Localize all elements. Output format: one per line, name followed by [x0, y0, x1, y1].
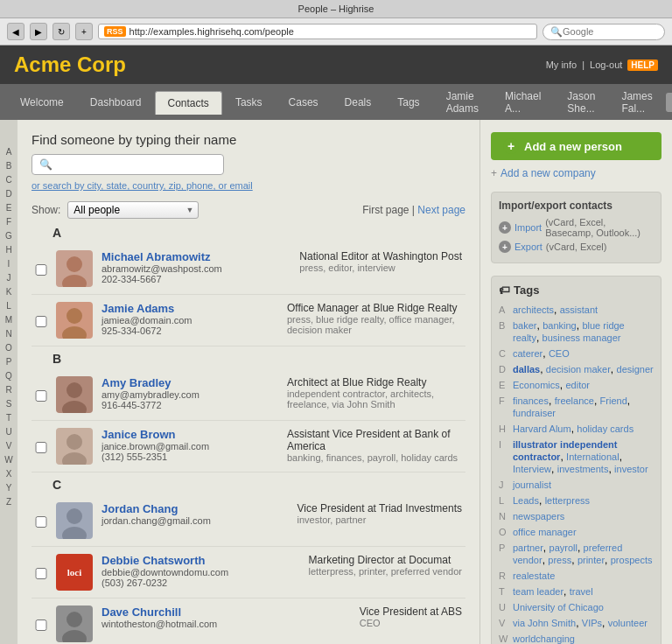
tab-deals[interactable]: Deals — [332, 90, 385, 114]
tag-friend[interactable]: Friend — [600, 396, 627, 406]
tag-dallas[interactable]: dallas — [513, 364, 540, 374]
tag-interview[interactable]: Interview — [513, 464, 551, 474]
tag-letterpress[interactable]: letterpress — [545, 495, 590, 506]
tag-fundraiser[interactable]: fundraiser — [513, 408, 556, 418]
my-info-link[interactable]: My info — [546, 60, 577, 70]
tab-michael-a[interactable]: Michael A... — [492, 84, 554, 120]
alpha-y[interactable]: Y — [6, 482, 12, 494]
tag-banking[interactable]: banking — [542, 320, 577, 331]
alpha-w[interactable]: W — [4, 454, 12, 466]
tag-journalist[interactable]: journalist — [513, 480, 551, 490]
tag-office-manager[interactable]: office manager — [513, 527, 577, 537]
tag-press[interactable]: press — [548, 555, 571, 565]
tag-designer[interactable]: designer — [617, 364, 654, 374]
forward-button[interactable]: ▶ — [30, 23, 47, 40]
logout-link[interactable]: Log-out — [590, 60, 622, 70]
browser-search-bar[interactable]: 🔍 — [542, 24, 665, 40]
tag-decision-maker[interactable]: decision maker — [546, 364, 611, 374]
tab-welcome[interactable]: Welcome — [7, 90, 77, 114]
tag-via-john-smith[interactable]: via John Smith — [513, 618, 576, 628]
tag-harvard-alum[interactable]: Harvard Alum — [513, 424, 571, 434]
alpha-t[interactable]: T — [6, 412, 11, 424]
new-tab-button[interactable]: + — [75, 23, 93, 40]
tag-finances[interactable]: finances — [513, 396, 549, 406]
alpha-q[interactable]: Q — [5, 370, 12, 382]
alpha-k[interactable]: K — [6, 286, 12, 298]
alpha-s[interactable]: S — [6, 398, 12, 410]
tag-caterer[interactable]: caterer — [513, 348, 542, 359]
alpha-f[interactable]: F — [6, 216, 11, 228]
add-person-button[interactable]: + Add a new person — [491, 132, 662, 160]
alpha-m[interactable]: M — [5, 314, 12, 326]
alpha-i[interactable]: I — [8, 258, 10, 270]
person-checkbox[interactable] — [35, 568, 47, 579]
tab-james-fal[interactable]: James Fal... — [608, 84, 665, 120]
person-name[interactable]: Dave Churchill — [102, 606, 181, 619]
tag-investor[interactable]: investor — [614, 464, 648, 474]
person-checkbox[interactable] — [35, 620, 47, 631]
tag-university-of-chicago[interactable]: University of Chicago — [513, 602, 604, 612]
person-checkbox[interactable] — [35, 390, 47, 402]
tag-worldchanging[interactable]: worldchanging — [513, 634, 575, 644]
tag-ceo[interactable]: CEO — [549, 348, 570, 359]
tab-cases[interactable]: Cases — [276, 90, 332, 114]
alpha-l[interactable]: L — [6, 300, 11, 312]
help-badge[interactable]: HELP — [627, 60, 658, 71]
alpha-b[interactable]: B — [6, 160, 12, 172]
alpha-d[interactable]: D — [5, 188, 11, 200]
alpha-x[interactable]: X — [6, 468, 12, 480]
search-link[interactable]: or search by city, state, country, zip, … — [32, 180, 466, 191]
person-checkbox[interactable] — [35, 316, 47, 327]
url-bar[interactable]: RSS http://examples.highrisehq.com/peopl… — [98, 24, 537, 39]
tag-prospects[interactable]: prospects — [611, 555, 653, 565]
tag-leads[interactable]: Leads — [513, 495, 539, 506]
add-company-link[interactable]: + Add a new company — [491, 167, 662, 179]
alpha-p[interactable]: P — [6, 356, 12, 368]
nav-search-btn[interactable]: Search — [666, 93, 672, 112]
alpha-a[interactable]: A — [6, 146, 12, 158]
person-checkbox[interactable] — [35, 264, 47, 276]
people-search-input[interactable] — [56, 158, 214, 171]
tab-jamie-adams[interactable]: Jamie Adams — [433, 84, 492, 120]
tag-realestate[interactable]: realestate — [513, 570, 555, 581]
tag-travel[interactable]: travel — [570, 586, 593, 597]
tag-volunteer[interactable]: volunteer — [608, 618, 648, 628]
person-name[interactable]: Jordan Chang — [102, 502, 178, 515]
next-page-link[interactable]: Next page — [417, 204, 466, 216]
tag-partner[interactable]: partner — [513, 542, 543, 553]
alpha-h[interactable]: H — [5, 244, 11, 256]
tag-newspapers[interactable]: newspapers — [513, 511, 564, 522]
person-name[interactable]: Jamie Adams — [102, 302, 174, 315]
refresh-button[interactable]: ↻ — [52, 23, 70, 40]
alpha-e[interactable]: E — [6, 202, 12, 214]
tag-editor[interactable]: editor — [565, 380, 590, 390]
person-name[interactable]: Janice Brown — [102, 428, 176, 441]
alpha-j[interactable]: J — [7, 272, 11, 284]
person-name[interactable]: Debbie Chatsworth — [102, 554, 205, 567]
person-checkbox[interactable] — [35, 516, 47, 528]
back-button[interactable]: ◀ — [7, 23, 24, 40]
person-name[interactable]: Michael Abramowitz — [102, 250, 210, 263]
tab-jason-she[interactable]: Jason She... — [554, 84, 608, 120]
alpha-v[interactable]: V — [6, 440, 12, 452]
alpha-z[interactable]: Z — [6, 496, 11, 508]
export-link[interactable]: Export — [514, 242, 542, 252]
alpha-g[interactable]: G — [5, 230, 12, 242]
tag-printer[interactable]: printer — [578, 555, 605, 565]
tag-architects[interactable]: architects — [513, 304, 554, 315]
person-checkbox[interactable] — [35, 442, 47, 453]
tag-investments[interactable]: investments — [557, 464, 609, 474]
tag-assistant[interactable]: assistant — [560, 304, 598, 315]
alpha-c[interactable]: C — [5, 174, 11, 186]
tag-vips[interactable]: VIPs — [582, 618, 602, 628]
tag-freelance[interactable]: freelance — [555, 396, 594, 406]
alpha-n[interactable]: N — [5, 328, 11, 340]
alpha-o[interactable]: O — [5, 342, 12, 354]
tag-payroll[interactable]: payroll — [550, 542, 578, 553]
alpha-r[interactable]: R — [5, 384, 11, 396]
tag-illustrator[interactable]: illustrator — [513, 439, 557, 450]
tab-tasks[interactable]: Tasks — [222, 90, 276, 114]
tab-tags[interactable]: Tags — [384, 90, 432, 114]
tag-team-leader[interactable]: team leader — [513, 586, 564, 597]
tag-holiday-cards[interactable]: holiday cards — [577, 424, 634, 434]
